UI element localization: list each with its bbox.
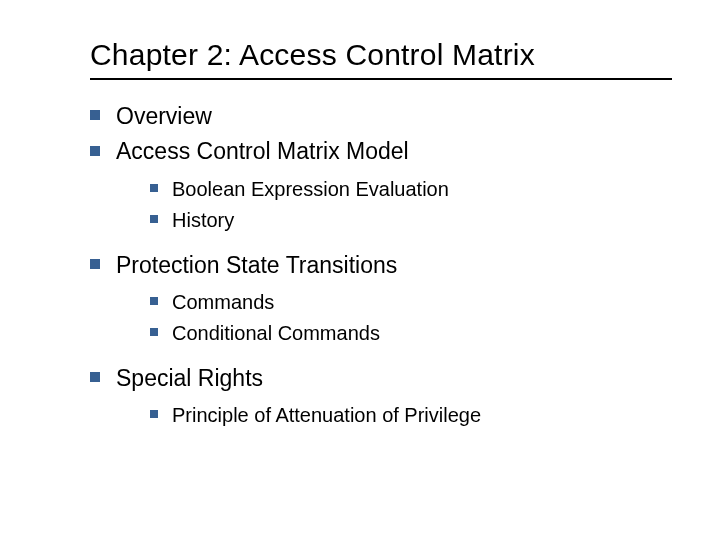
list-item: Access Control Matrix Model Boolean Expr… bbox=[90, 135, 672, 234]
outline-sublist: Boolean Expression Evaluation History bbox=[150, 175, 672, 235]
list-item: Commands bbox=[150, 288, 672, 317]
list-item-label: Boolean Expression Evaluation bbox=[172, 178, 449, 200]
list-item-label: Principle of Attenuation of Privilege bbox=[172, 404, 481, 426]
list-item-label: Special Rights bbox=[116, 365, 263, 391]
list-item-label: History bbox=[172, 209, 234, 231]
list-item-label: Overview bbox=[116, 103, 212, 129]
list-item: History bbox=[150, 206, 672, 235]
slide: Chapter 2: Access Control Matrix Overvie… bbox=[0, 0, 720, 540]
list-item: Conditional Commands bbox=[150, 319, 672, 348]
list-item: Special Rights Principle of Attenuation … bbox=[90, 362, 672, 430]
outline-list: Overview Access Control Matrix Model Boo… bbox=[90, 100, 672, 430]
list-item: Overview bbox=[90, 100, 672, 133]
list-item-label: Access Control Matrix Model bbox=[116, 138, 409, 164]
outline-sublist: Commands Conditional Commands bbox=[150, 288, 672, 348]
list-item: Principle of Attenuation of Privilege bbox=[150, 401, 672, 430]
list-item: Boolean Expression Evaluation bbox=[150, 175, 672, 204]
outline-sublist: Principle of Attenuation of Privilege bbox=[150, 401, 672, 430]
list-item: Protection State Transitions Commands Co… bbox=[90, 249, 672, 348]
slide-title: Chapter 2: Access Control Matrix bbox=[90, 38, 672, 72]
list-item-label: Commands bbox=[172, 291, 274, 313]
list-item-label: Conditional Commands bbox=[172, 322, 380, 344]
list-item-label: Protection State Transitions bbox=[116, 252, 397, 278]
title-underline bbox=[90, 78, 672, 80]
